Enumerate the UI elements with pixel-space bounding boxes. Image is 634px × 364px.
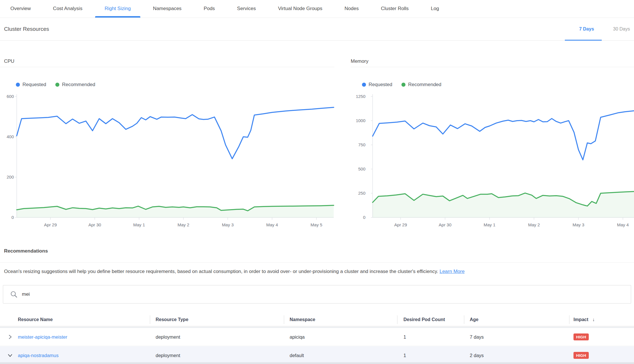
- tab-pods[interactable]: Pods: [193, 0, 225, 18]
- svg-text:May 3: May 3: [222, 222, 234, 227]
- chevron-right-icon[interactable]: [7, 334, 13, 340]
- resource-name-link[interactable]: apiqa-nostradamus: [18, 352, 59, 358]
- cpu-line-chart: 0200400600Apr 29Apr 30May 1May 2May 3May…: [0, 91, 337, 230]
- section-title: Cluster Resources: [4, 26, 49, 32]
- search-icon: [10, 291, 18, 298]
- svg-text:Apr 29: Apr 29: [44, 222, 57, 227]
- recommendations-divider: [0, 262, 634, 263]
- requested-dot-icon: [362, 83, 366, 87]
- column-separator: [150, 315, 150, 324]
- svg-text:600: 600: [7, 94, 14, 99]
- svg-text:May 4: May 4: [617, 222, 629, 227]
- range-active-underline: [565, 40, 602, 41]
- svg-text:Apr 30: Apr 30: [439, 222, 451, 227]
- svg-text:May 2: May 2: [178, 222, 189, 227]
- tab-virtual-node-groups[interactable]: Virtual Node Groups: [268, 0, 333, 18]
- table-row[interactable]: meister-apiciqa-meister deployment apici…: [0, 328, 634, 346]
- memory-chart-title: Memory: [351, 58, 368, 64]
- age-cell: 2 days: [470, 352, 484, 358]
- legend-item-requested: Requested: [16, 82, 46, 88]
- svg-text:1250: 1250: [356, 94, 365, 99]
- svg-text:May 1: May 1: [484, 222, 495, 227]
- resource-name-link[interactable]: meister-apiciqa-meister: [18, 334, 67, 340]
- column-header-resource-name[interactable]: Resource Name: [18, 313, 53, 326]
- cpu-legend: Requested Recommended: [16, 81, 95, 88]
- legend-label: Recommended: [408, 82, 441, 88]
- svg-text:200: 200: [7, 175, 14, 179]
- memory-legend: Requested Recommended: [362, 81, 441, 88]
- impact-badge-high: HIGH: [573, 333, 589, 340]
- svg-text:May 1: May 1: [133, 222, 145, 227]
- recommendations-description: Ocean's resizing suggestions will help y…: [4, 269, 465, 274]
- column-separator: [397, 315, 397, 324]
- column-header-resource-type[interactable]: Resource Type: [156, 313, 188, 326]
- column-separator: [569, 315, 569, 324]
- learn-more-link[interactable]: Learn More: [439, 269, 465, 274]
- legend-label: Requested: [369, 82, 392, 88]
- svg-text:0: 0: [363, 215, 365, 220]
- tab-right-sizing[interactable]: Right Sizing: [94, 0, 141, 18]
- memory-title-divider: [351, 67, 634, 67]
- legend-label: Recommended: [62, 82, 95, 88]
- recommended-dot-icon: [55, 83, 59, 87]
- recommended-dot-icon: [401, 83, 405, 87]
- expanded-row-panel-edge: [0, 362, 634, 364]
- column-header-impact[interactable]: Impact↓: [573, 313, 595, 326]
- search-box: [3, 285, 631, 304]
- pod-count-cell: 1: [403, 334, 406, 340]
- svg-text:May 3: May 3: [573, 222, 584, 227]
- svg-text:250: 250: [358, 191, 365, 196]
- pod-count-cell: 1: [403, 352, 406, 358]
- right-sizing-page: Overview Cost Analysis Right Sizing Name…: [0, 0, 634, 364]
- search-input[interactable]: [22, 291, 625, 297]
- column-separator: [464, 315, 464, 324]
- requested-dot-icon: [16, 83, 20, 87]
- description-text: Ocean's resizing suggestions will help y…: [4, 269, 438, 274]
- svg-text:Apr 30: Apr 30: [88, 222, 101, 227]
- impact-header-label: Impact: [573, 317, 588, 322]
- cluster-resources-header: Cluster Resources 7 Days 30 Days: [0, 18, 634, 41]
- cpu-chart-title: CPU: [4, 58, 14, 64]
- tab-namespaces[interactable]: Namespaces: [143, 0, 192, 18]
- legend-item-requested: Requested: [362, 82, 392, 88]
- tab-nodes[interactable]: Nodes: [334, 0, 369, 18]
- column-header-namespace[interactable]: Namespace: [290, 313, 315, 326]
- chevron-down-icon[interactable]: [7, 353, 13, 358]
- table-row[interactable]: apiqa-nostradamus deployment default 1 2…: [0, 346, 634, 364]
- tab-cluster-rolls[interactable]: Cluster Rolls: [371, 0, 419, 18]
- tab-services[interactable]: Services: [227, 0, 266, 18]
- svg-text:May 4: May 4: [266, 222, 278, 227]
- namespace-cell: apiciqa: [290, 334, 305, 340]
- range-30-days[interactable]: 30 Days: [613, 26, 630, 32]
- namespace-cell: default: [290, 352, 304, 358]
- legend-item-recommended: Recommended: [55, 82, 95, 88]
- svg-text:500: 500: [358, 166, 365, 171]
- legend-label: Requested: [22, 82, 46, 88]
- column-header-age[interactable]: Age: [470, 313, 478, 326]
- age-cell: 7 days: [470, 334, 484, 340]
- memory-line-chart: 025050075010001250Apr 29Apr 30May 1May 2…: [340, 91, 634, 230]
- svg-text:Apr 29: Apr 29: [394, 222, 407, 227]
- section-divider: [0, 40, 634, 41]
- sort-descending-icon[interactable]: ↓: [593, 317, 595, 322]
- time-range-toggle: 7 Days 30 Days: [579, 26, 630, 32]
- column-separator: [284, 315, 284, 324]
- svg-text:May 2: May 2: [528, 222, 540, 227]
- svg-text:750: 750: [358, 142, 365, 147]
- legend-item-recommended: Recommended: [401, 82, 441, 88]
- svg-text:0: 0: [12, 215, 14, 220]
- cpu-title-divider: [0, 67, 334, 67]
- tab-overview[interactable]: Overview: [0, 0, 41, 18]
- recommendations-title: Recommendations: [4, 248, 48, 254]
- svg-text:400: 400: [7, 134, 14, 139]
- tab-cost-analysis[interactable]: Cost Analysis: [43, 0, 93, 18]
- column-header-desired-pod-count[interactable]: Desired Pod Count: [403, 313, 445, 326]
- impact-badge-high: HIGH: [573, 352, 589, 359]
- tab-log[interactable]: Log: [420, 0, 449, 18]
- resource-type-cell: deployment: [156, 334, 180, 340]
- tab-bar: Overview Cost Analysis Right Sizing Name…: [0, 0, 634, 18]
- range-7-days[interactable]: 7 Days: [579, 26, 594, 32]
- svg-text:1000: 1000: [356, 118, 365, 123]
- resource-type-cell: deployment: [156, 352, 180, 358]
- table-header: Resource Name Resource Type Namespace De…: [0, 313, 634, 326]
